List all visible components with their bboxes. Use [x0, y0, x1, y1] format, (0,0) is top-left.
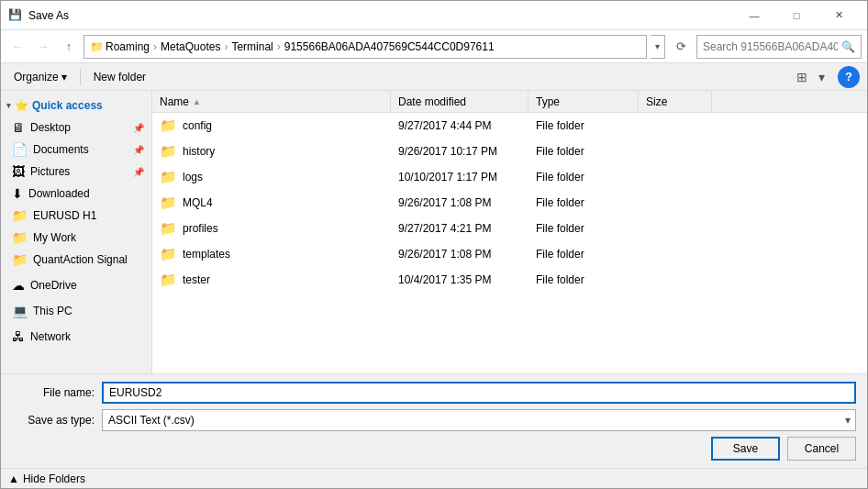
sidebar-item-eurusd-label: EURUSD H1 — [33, 209, 96, 222]
file-area: Name ▲ Date modified Type Size 📁 config — [152, 91, 867, 373]
thispc-icon: 💻 — [12, 304, 28, 318]
col-header-name[interactable]: Name ▲ — [152, 91, 391, 112]
table-row[interactable]: 📁 history 9/26/2017 10:17 PM File folder — [152, 139, 867, 164]
pin-icon-pics: 📌 — [133, 167, 144, 177]
window-title: Save As — [28, 9, 733, 22]
save-button[interactable]: Save — [711, 437, 780, 461]
table-row[interactable]: 📁 tester 10/4/2017 1:35 PM File folder — [152, 267, 867, 293]
file-list-header: Name ▲ Date modified Type Size — [152, 91, 867, 113]
col-header-date[interactable]: Date modified — [391, 91, 529, 112]
col-sort-arrow: ▲ — [193, 97, 201, 106]
close-button[interactable]: ✕ — [818, 1, 860, 30]
help-button[interactable]: ? — [838, 66, 860, 88]
refresh-button[interactable]: ⟳ — [669, 35, 693, 59]
file-cell-date: 10/10/2017 1:17 PM — [391, 164, 529, 189]
file-cell-size — [639, 139, 712, 163]
folder-icon: 📁 — [160, 117, 177, 134]
sep2: › — [224, 40, 228, 53]
table-row[interactable]: 📁 logs 10/10/2017 1:17 PM File folder — [152, 164, 867, 190]
file-cell-date: 10/4/2017 1:35 PM — [391, 267, 529, 292]
file-cell-date: 9/26/2017 1:08 PM — [391, 190, 529, 215]
sidebar-item-network[interactable]: 🖧 Network — [1, 326, 151, 348]
quantaction-folder-icon: 📁 — [12, 252, 28, 267]
view-dropdown-button[interactable]: ▾ — [813, 66, 830, 88]
new-folder-button[interactable]: New folder — [88, 69, 151, 85]
crumb-folder-icon: 📁 — [90, 40, 104, 53]
sidebar-item-downloaded-label: Downloaded — [28, 187, 90, 200]
title-bar: 💾 Save As — □ ✕ — [1, 1, 867, 30]
filename-input[interactable] — [102, 382, 856, 404]
address-breadcrumb: 📁 Roaming › MetaQuotes › Terminal › 9155… — [90, 40, 495, 53]
sidebar-item-mywork[interactable]: 📁 My Work — [1, 227, 151, 249]
file-cell-name: 📁 logs — [152, 164, 391, 189]
file-cell-size — [639, 216, 712, 240]
back-button[interactable]: ← — [6, 36, 28, 58]
file-cell-type: File folder — [529, 113, 639, 138]
col-header-size[interactable]: Size — [639, 91, 712, 112]
table-row[interactable]: 📁 profiles 9/27/2017 4:21 PM File folder — [152, 216, 867, 241]
sidebar-item-pictures[interactable]: 🖼 Pictures 📌 — [1, 161, 151, 183]
table-row[interactable]: 📁 templates 9/26/2017 1:08 PM File folde… — [152, 241, 867, 267]
organize-button[interactable]: Organize ▾ — [8, 69, 72, 85]
file-cell-type: File folder — [529, 216, 639, 240]
sidebar-item-eurusd[interactable]: 📁 EURUSD H1 — [1, 205, 151, 227]
savetype-select[interactable]: ASCII Text (*.csv) — [102, 409, 856, 431]
forward-button[interactable]: → — [32, 36, 54, 58]
folder-icon: 📁 — [160, 272, 177, 288]
view-icon-button[interactable]: ⊞ — [791, 66, 813, 88]
hide-folders-label: Hide Folders — [23, 472, 85, 485]
hide-folders-button[interactable]: ▲ Hide Folders — [8, 472, 85, 485]
file-cell-size — [639, 190, 712, 215]
search-icon: 🔍 — [841, 40, 855, 53]
save-as-dialog: 💾 Save As — □ ✕ ← → ↑ 📁 Roaming › MetaQu… — [0, 0, 868, 489]
sidebar-item-quantaction[interactable]: 📁 QuantAction Signal — [1, 249, 151, 271]
form-actions: Save Cancel — [12, 437, 856, 461]
sidebar-item-onedrive-label: OneDrive — [30, 279, 77, 292]
file-name: MQL4 — [183, 196, 213, 209]
maximize-button[interactable]: □ — [775, 1, 818, 30]
file-name: tester — [183, 273, 210, 286]
address-bar-row: ← → ↑ 📁 Roaming › MetaQuotes › Terminal … — [1, 30, 867, 63]
network-icon: 🖧 — [12, 329, 25, 344]
sidebar-item-downloaded[interactable]: ⬇ Downloaded — [1, 183, 151, 205]
main-content: ▾ ⭐ Quick access 🖥 Desktop 📌 📄 Documents… — [1, 91, 867, 373]
folder-icon: 📁 — [160, 246, 177, 262]
pin-icon-docs: 📌 — [133, 145, 144, 155]
address-chevron[interactable]: ▾ — [651, 35, 665, 59]
col-size-label: Size — [646, 95, 667, 108]
sep1: › — [153, 40, 157, 53]
table-row[interactable]: 📁 MQL4 9/26/2017 1:08 PM File folder — [152, 190, 867, 216]
sidebar-item-onedrive[interactable]: ☁ OneDrive — [1, 274, 151, 296]
file-cell-name: 📁 profiles — [152, 216, 391, 240]
desktop-icon: 🖥 — [12, 120, 25, 135]
quick-access-header[interactable]: ▾ ⭐ Quick access — [1, 94, 151, 117]
col-header-type[interactable]: Type — [529, 91, 639, 112]
filename-label: File name: — [12, 386, 95, 399]
cancel-button[interactable]: Cancel — [787, 437, 856, 461]
file-cell-type: File folder — [529, 164, 639, 189]
sidebar-item-thispc[interactable]: 💻 This PC — [1, 300, 151, 322]
downloaded-icon: ⬇ — [12, 186, 23, 201]
address-bar[interactable]: 📁 Roaming › MetaQuotes › Terminal › 9155… — [83, 35, 647, 59]
title-bar-controls: — □ ✕ — [733, 1, 860, 30]
crumb-metaquotes: MetaQuotes — [161, 40, 220, 53]
documents-icon: 📄 — [12, 142, 28, 157]
sidebar-item-documents[interactable]: 📄 Documents 📌 — [1, 139, 151, 161]
savetype-row: Save as type: ASCII Text (*.csv) — [12, 409, 856, 431]
table-row[interactable]: 📁 config 9/27/2017 4:44 PM File folder — [152, 113, 867, 139]
organize-chevron-icon: ▾ — [61, 71, 67, 83]
organize-label: Organize — [14, 71, 59, 83]
col-type-label: Type — [536, 95, 560, 108]
folder-icon: 📁 — [160, 220, 177, 237]
file-cell-date: 9/27/2017 4:21 PM — [391, 216, 529, 240]
sidebar-item-desktop[interactable]: 🖥 Desktop 📌 — [1, 117, 151, 139]
file-cell-size — [639, 267, 712, 292]
new-folder-label: New folder — [94, 71, 146, 83]
toolbar-row: Organize ▾ New folder ⊞ ▾ ? — [1, 63, 867, 91]
up-button[interactable]: ↑ — [58, 36, 80, 58]
search-input[interactable] — [703, 40, 838, 53]
minimize-button[interactable]: — — [733, 1, 775, 30]
eurusd-folder-icon: 📁 — [12, 208, 28, 223]
sidebar-item-pictures-label: Pictures — [30, 165, 70, 178]
folder-icon: 📁 — [160, 169, 177, 185]
